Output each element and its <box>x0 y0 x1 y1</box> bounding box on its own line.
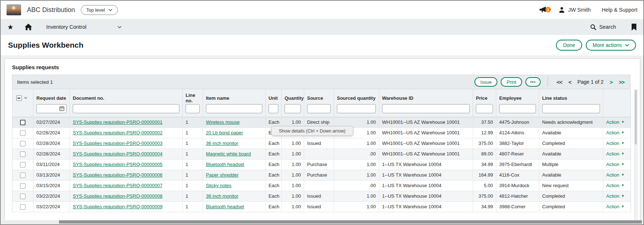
first-page-button[interactable]: << <box>557 79 562 85</box>
row-checkbox[interactable] <box>20 130 25 136</box>
bookmark-icon[interactable] <box>631 24 637 31</box>
last-page-button[interactable]: >> <box>619 79 624 85</box>
col-unit[interactable]: Unit <box>266 89 282 104</box>
action-button-label: Action <box>606 130 619 135</box>
help-support-link[interactable]: Help & Support <box>602 7 637 13</box>
top-header: ABC Distribution Top level 1 JW Smith He… <box>1 1 643 19</box>
module-menu-label[interactable]: Inventory Control <box>46 24 86 30</box>
row-checkbox[interactable] <box>20 120 25 125</box>
line-status-filter-input[interactable] <box>542 104 600 113</box>
item-name-filter-input[interactable] <box>206 104 262 113</box>
sourced-quantity-filter-input[interactable] <box>337 104 376 113</box>
item-link[interactable]: Sticky notes <box>206 183 231 188</box>
row-checkbox[interactable] <box>20 183 25 189</box>
item-link[interactable]: 20 Lb bond paper <box>206 130 243 135</box>
action-button[interactable]: Action ▼ <box>606 141 624 146</box>
caret-down-icon: ▼ <box>621 163 624 166</box>
action-button[interactable]: Action ▼ <box>606 151 624 157</box>
document-link[interactable]: SYS-Supplies requisition-PSRQ-00000008 <box>73 193 162 199</box>
employee-filter-input[interactable] <box>499 104 536 113</box>
scope-dropdown[interactable]: Top level <box>81 5 118 15</box>
table-row[interactable]: 03/22/2024 SYS-Supplies requisition-PSRQ… <box>12 201 631 212</box>
col-price[interactable]: Price <box>473 89 496 104</box>
action-button[interactable]: Action ▼ <box>606 172 624 178</box>
action-button[interactable]: Action ▼ <box>606 162 624 167</box>
row-checkbox[interactable] <box>20 151 25 157</box>
select-all-checkbox[interactable] <box>16 95 22 101</box>
item-link[interactable]: Paper shredder <box>206 172 239 178</box>
quantity-filter-input[interactable] <box>285 104 301 113</box>
home-icon[interactable] <box>24 23 32 31</box>
item-link[interactable]: Wireless mouse <box>206 119 239 125</box>
selection-menu-chevron-icon[interactable] <box>24 97 27 99</box>
item-link[interactable]: Bluetooth headset <box>206 204 244 209</box>
horizontal-scrollbar-thumb[interactable] <box>59 220 642 224</box>
cell-unit: Each <box>266 138 282 149</box>
col-item-name[interactable]: Item name <box>203 89 266 104</box>
table-row[interactable]: 03/11/2024 SYS-Supplies requisition-PSRQ… <box>12 159 631 170</box>
warehouse-id-filter-input[interactable] <box>382 104 470 113</box>
cell-request-date: 03/15/2024 <box>33 180 70 191</box>
document-link[interactable]: SYS-Supplies requisition-PSRQ-00000009 <box>73 204 162 209</box>
vertical-scrollbar[interactable] <box>634 89 637 220</box>
table-row[interactable]: 03/22/2024 SYS-Supplies requisition-PSRQ… <box>12 191 631 201</box>
module-menu-chevron-icon[interactable] <box>118 26 122 28</box>
action-button[interactable]: Action ▼ <box>606 119 624 125</box>
col-source[interactable]: Source <box>304 89 334 104</box>
item-link[interactable]: 36 inch monitor <box>206 193 238 199</box>
document-link[interactable]: SYS-Supplies requisition-PSRQ-00000007 <box>73 183 162 188</box>
row-checkbox[interactable] <box>20 141 25 146</box>
cell-price: 5.00 <box>473 180 496 191</box>
vertical-scrollbar-thumb[interactable] <box>635 90 637 145</box>
next-page-button[interactable]: > <box>610 79 613 85</box>
row-checkbox[interactable] <box>20 194 25 199</box>
document-link[interactable]: SYS-Supplies requisition-PSRQ-00000002 <box>73 130 162 135</box>
item-link[interactable]: Magnetic white board <box>206 151 251 157</box>
document-link[interactable]: SYS-Supplies requisition-PSRQ-00000004 <box>73 151 162 157</box>
action-button[interactable]: Action ▼ <box>606 193 624 199</box>
print-button[interactable]: Print <box>501 77 522 87</box>
favorite-star-icon[interactable]: ★ <box>7 24 13 31</box>
prev-page-button[interactable]: < <box>568 79 571 85</box>
col-warehouse-id[interactable]: Warehouse ID <box>379 89 473 104</box>
col-line-no[interactable]: Line no. <box>183 89 203 104</box>
row-checkbox[interactable] <box>20 204 25 210</box>
table-row[interactable]: 03/15/2024 SYS-Supplies requisition-PSRQ… <box>12 180 631 191</box>
caret-down-icon: ▼ <box>621 194 624 198</box>
source-filter-input[interactable] <box>307 104 331 113</box>
col-request-date[interactable]: Request date <box>33 89 70 104</box>
document-link[interactable]: SYS-Supplies requisition-PSRQ-00000006 <box>73 172 162 178</box>
row-checkbox[interactable] <box>20 173 25 178</box>
unit-filter-input[interactable] <box>269 104 278 113</box>
document-no-filter-input[interactable] <box>73 104 179 113</box>
col-employee[interactable]: Employee <box>496 89 539 104</box>
action-button[interactable]: Action ▼ <box>606 183 624 188</box>
col-sourced-quantity[interactable]: Sourced quantity <box>334 89 379 104</box>
horizontal-scrollbar[interactable] <box>1 220 643 224</box>
col-quantity[interactable]: Quantity <box>282 89 304 104</box>
issue-button[interactable]: Issue <box>474 77 497 87</box>
item-link[interactable]: Bluetooth headset <box>206 162 244 167</box>
document-link[interactable]: SYS-Supplies requisition-PSRQ-00000005 <box>73 162 162 167</box>
table-row[interactable]: 03/13/2024 SYS-Supplies requisition-PSRQ… <box>12 170 631 180</box>
col-line-status[interactable]: Line status <box>539 89 603 104</box>
more-actions-button[interactable]: More actions <box>586 40 636 51</box>
done-button[interactable]: Done <box>556 40 582 51</box>
document-link[interactable]: SYS-Supplies requisition-PSRQ-00000001 <box>73 119 162 125</box>
item-link[interactable]: 36 inch monitor <box>206 141 238 146</box>
table-row[interactable]: 02/28/2024 SYS-Supplies requisition-PSRQ… <box>12 138 631 149</box>
caret-down-icon: ▼ <box>621 121 624 124</box>
user-menu[interactable]: JW Smith <box>558 7 591 13</box>
action-button[interactable]: Action ▼ <box>606 204 624 209</box>
search-button[interactable]: Search <box>590 24 616 30</box>
table-row[interactable]: 02/28/2024 SYS-Supplies requisition-PSRQ… <box>12 149 631 159</box>
document-link[interactable]: SYS-Supplies requisition-PSRQ-00000003 <box>73 141 162 146</box>
more-options-button[interactable]: ••• <box>525 77 541 87</box>
action-button[interactable]: Action ▼ <box>606 130 624 135</box>
line-no-filter-input[interactable] <box>186 104 200 113</box>
row-checkbox[interactable] <box>20 162 25 167</box>
col-document-no[interactable]: Document no. <box>70 89 183 104</box>
price-filter-input[interactable] <box>476 104 493 113</box>
notifications-button[interactable]: 1 <box>539 6 548 14</box>
calendar-icon[interactable] <box>59 106 64 111</box>
